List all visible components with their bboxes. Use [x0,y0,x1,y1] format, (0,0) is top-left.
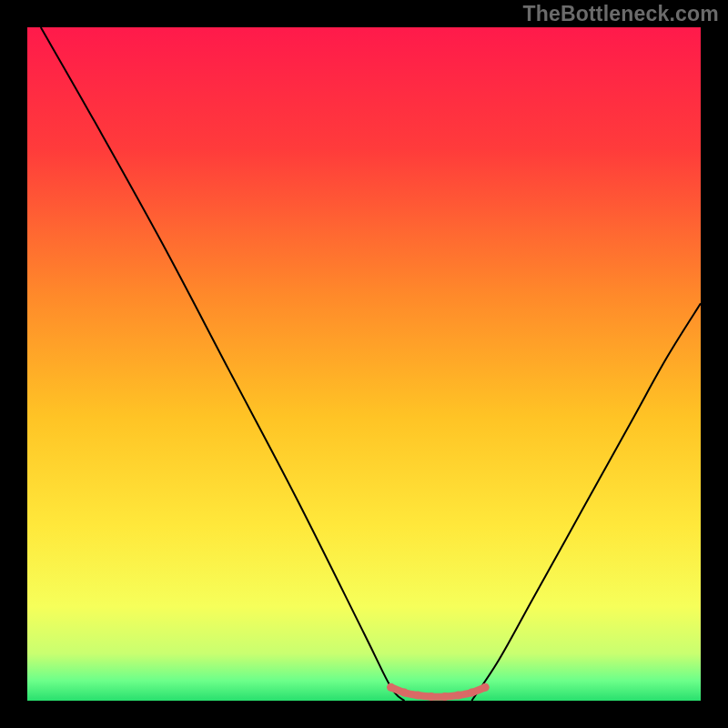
flat-bottom-dot [440,693,449,701]
flat-bottom-dot [454,692,462,700]
flat-bottom-dot [387,683,395,692]
chart-svg [0,0,728,728]
flat-bottom-dot [481,683,490,692]
plot-background-gradient [27,27,701,701]
flat-bottom-dot [428,693,436,701]
flat-bottom-dot [414,692,422,700]
chart-stage: TheBottleneck.com [0,0,728,728]
flat-bottom-dot [468,689,476,697]
watermark-text: TheBottleneck.com [522,2,719,26]
flat-bottom-dot [400,689,409,697]
